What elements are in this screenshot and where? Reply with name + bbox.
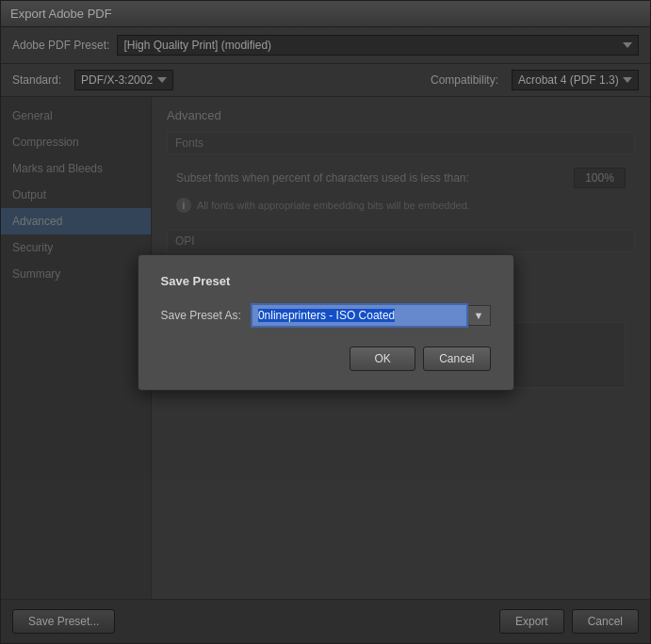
preset-dropdown-button[interactable]: ▼ (468, 305, 491, 326)
ok-button[interactable]: OK (350, 346, 415, 371)
modal-overlay: Save Preset Save Preset As: ▼ OK Cancel (0, 0, 651, 644)
modal-buttons: OK Cancel (161, 346, 491, 371)
modal-input-row: Save Preset As: ▼ (161, 303, 491, 328)
preset-name-input[interactable] (251, 303, 468, 328)
save-preset-dialog: Save Preset Save Preset As: ▼ OK Cancel (138, 254, 514, 391)
modal-label: Save Preset As: (161, 309, 241, 322)
modal-input-wrap: ▼ (251, 303, 491, 328)
modal-cancel-button[interactable]: Cancel (423, 346, 490, 371)
modal-title: Save Preset (161, 274, 491, 288)
